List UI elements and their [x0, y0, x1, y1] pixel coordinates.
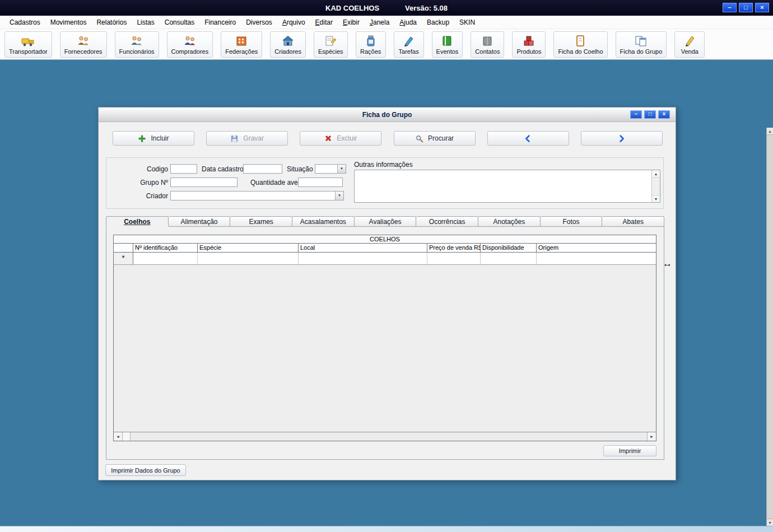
- group-card-icon: [634, 34, 648, 48]
- tab-anotacoes[interactable]: Anotações: [478, 216, 541, 227]
- toolbar-button-ficha-do-coelho[interactable]: Ficha do Coelho: [553, 31, 607, 58]
- grid-cell[interactable]: [299, 253, 427, 264]
- scroll-up-icon[interactable]: ▲: [767, 128, 773, 135]
- grid-column-header: Nº identificação: [133, 244, 198, 252]
- toolbar-button-eventos[interactable]: Eventos: [432, 31, 463, 58]
- grupo-n-input[interactable]: [170, 178, 238, 187]
- imprimir-dados-do-grupo-button[interactable]: Imprimir Dados do Grupo: [105, 464, 186, 476]
- menu-backup[interactable]: Backup: [422, 16, 454, 29]
- grid-cell[interactable]: [481, 253, 537, 264]
- child-maximize-button[interactable]: □: [644, 110, 656, 119]
- minimize-button[interactable]: –: [723, 3, 737, 12]
- toolbar-button-fornecedores[interactable]: Fornecedores: [60, 31, 107, 58]
- chevron-down-icon[interactable]: ▼: [335, 192, 343, 200]
- menu-listas[interactable]: Listas: [132, 16, 159, 29]
- excluir-button[interactable]: Excluir: [300, 131, 381, 146]
- criador-select[interactable]: ▼: [170, 191, 344, 200]
- toolbar-button-contatos[interactable]: Contatos: [471, 31, 504, 58]
- minimize-icon: –: [728, 4, 731, 11]
- menu-financeiro[interactable]: Financeiro: [199, 16, 241, 29]
- toolbar-button-racoes[interactable]: Rações: [356, 31, 386, 58]
- grid-column-header: Preço de venda R$: [427, 244, 481, 252]
- scroll-down-icon[interactable]: ▼: [652, 195, 660, 202]
- tab-exames[interactable]: Exames: [230, 216, 292, 227]
- ficha-do-grupo-titlebar[interactable]: Ficha do Grupo – □ ×: [99, 108, 676, 122]
- menu-exibir[interactable]: Exibir: [338, 16, 365, 29]
- toolbar-label: Contatos: [475, 48, 500, 55]
- toolbar-button-compradores[interactable]: Compradores: [167, 31, 213, 58]
- data-cadastro-input[interactable]: [243, 164, 282, 174]
- grid-cell[interactable]: [537, 253, 656, 264]
- menu-diversos[interactable]: Diversos: [241, 16, 277, 29]
- menu-editar[interactable]: Editar: [310, 16, 338, 29]
- menu-skin[interactable]: SKIN: [454, 16, 480, 29]
- house-icon: [281, 34, 295, 48]
- menu-arquivo[interactable]: Arquivo: [277, 16, 310, 29]
- quantidade-aves-input[interactable]: [298, 178, 343, 187]
- previous-record-button[interactable]: [487, 131, 569, 146]
- maximize-button[interactable]: □: [739, 3, 753, 12]
- toolbar-button-federacoes[interactable]: Federações: [221, 31, 262, 58]
- toolbar-button-transportador[interactable]: Transportador: [4, 31, 52, 58]
- grid-horizontal-scrollbar[interactable]: ◄ ►: [114, 432, 656, 441]
- toolbar-button-funcionarios[interactable]: Funcionários: [115, 31, 159, 58]
- truck-icon: [21, 34, 35, 48]
- menu-relatorios[interactable]: Relatórios: [91, 16, 132, 29]
- toolbar-label: Tarefas: [399, 48, 419, 55]
- menu-movimentos[interactable]: Movimentos: [45, 16, 92, 29]
- child-close-button[interactable]: ×: [658, 110, 670, 119]
- next-record-button[interactable]: [581, 131, 663, 146]
- toolbar-label: Rações: [360, 48, 381, 55]
- tab-acasalamentos[interactable]: Acasalamentos: [292, 216, 355, 227]
- memo-vertical-scrollbar[interactable]: ▲ ▼: [651, 170, 660, 202]
- toolbar-button-especies[interactable]: Espécies: [314, 31, 348, 58]
- grid-cell[interactable]: [427, 253, 481, 264]
- scroll-left-icon[interactable]: ◄: [114, 432, 123, 441]
- scrollbar-thumb[interactable]: [123, 432, 131, 441]
- imprimir-button[interactable]: Imprimir: [603, 445, 656, 456]
- toolbar-button-tarefas[interactable]: Tarefas: [394, 31, 424, 58]
- procurar-button[interactable]: Procurar: [394, 131, 476, 146]
- situacao-select[interactable]: ▼: [315, 164, 346, 174]
- codigo-input[interactable]: [170, 164, 197, 174]
- menu-janela[interactable]: Janela: [365, 16, 394, 29]
- menu-ajuda[interactable]: Ajuda: [394, 16, 422, 29]
- scroll-down-icon[interactable]: ▼: [767, 519, 773, 526]
- tab-fotos[interactable]: Fotos: [541, 216, 603, 227]
- toolbar-button-ficha-do-grupo[interactable]: Ficha do Grupo: [616, 31, 667, 58]
- chevron-down-icon[interactable]: ▼: [337, 165, 346, 173]
- tab-abates[interactable]: Abates: [602, 216, 664, 227]
- grid-cell[interactable]: [133, 253, 198, 264]
- bottom-edge-strip: [0, 526, 773, 532]
- toolbar-button-venda[interactable]: Venda: [674, 31, 705, 58]
- incluir-button[interactable]: Incluir: [113, 131, 194, 146]
- scrollbar-track[interactable]: [131, 432, 647, 441]
- app-version: Versão: 5.08: [405, 4, 448, 12]
- tab-coelhos[interactable]: Coelhos: [106, 216, 169, 227]
- employees-people-icon: [130, 34, 143, 48]
- gravar-label: Gravar: [243, 134, 264, 142]
- maximize-icon: □: [744, 4, 748, 11]
- mdi-vertical-scrollbar[interactable]: ▲ ▼: [766, 128, 773, 526]
- toolbar-button-criadores[interactable]: Criadores: [270, 31, 306, 58]
- tab-ocorrencias[interactable]: Ocorrências: [416, 216, 478, 227]
- child-minimize-button[interactable]: –: [630, 110, 642, 119]
- tab-avaliacoes[interactable]: Avaliações: [355, 216, 417, 227]
- scroll-right-icon[interactable]: ►: [647, 432, 656, 441]
- toolbar-label: Criadores: [274, 48, 301, 55]
- close-icon: ×: [663, 111, 666, 117]
- scroll-up-icon[interactable]: ▲: [652, 170, 660, 178]
- tab-alimentacao[interactable]: Alimentação: [169, 216, 231, 227]
- menubar: Cadastros Movimentos Relatórios Listas C…: [0, 16, 773, 29]
- grid-column-header: Origem: [537, 244, 656, 252]
- menu-cadastros[interactable]: Cadastros: [4, 16, 45, 29]
- close-button[interactable]: ×: [755, 3, 769, 12]
- address-book-icon: [481, 34, 494, 48]
- toolbar-button-produtos[interactable]: Produtos: [512, 31, 546, 58]
- outras-informacoes-textarea[interactable]: ▲ ▼: [354, 170, 660, 203]
- gravar-button[interactable]: Gravar: [206, 131, 288, 146]
- grid-cell[interactable]: [198, 253, 299, 264]
- excluir-label: Excluir: [337, 134, 357, 142]
- menu-consultas[interactable]: Consultas: [160, 16, 199, 29]
- toolbar-label: Ficha do Grupo: [620, 48, 663, 55]
